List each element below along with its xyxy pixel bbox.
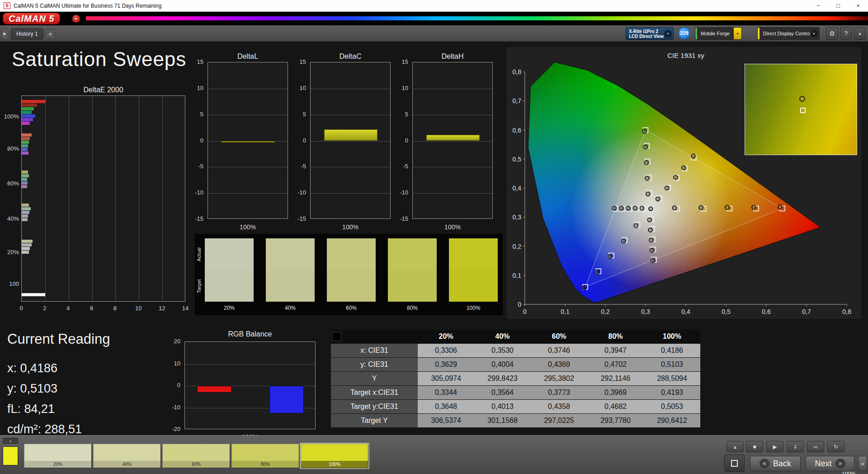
table-value: 0,4004 (474, 358, 531, 371)
patch-button-20%[interactable]: 20% (24, 444, 92, 468)
table-value: 0,3648 (418, 400, 474, 413)
table-value: 0,3947 (587, 344, 644, 357)
panel-up-icon[interactable]: ▴ (726, 441, 744, 452)
delta-e-bar (22, 251, 29, 254)
sidebar-expander-icon[interactable]: ▶ (1, 28, 8, 39)
swatch-label: 60% (327, 305, 376, 311)
back-button[interactable]: « Back (750, 456, 801, 471)
delta-bar (324, 129, 377, 141)
delta-e-bar (22, 141, 29, 144)
source-selector[interactable]: Mobile Forge ▼ (695, 27, 742, 40)
delta-bar (222, 141, 274, 142)
collapse-icon[interactable]: ▲ (854, 27, 866, 40)
table-value: 0,4682 (587, 400, 644, 413)
minimize-button[interactable]: − (808, 0, 828, 12)
y-tick-label: 20 (165, 338, 180, 345)
meter-line2: LCD Direct View (629, 34, 664, 39)
y-tick-label: 15 (392, 58, 408, 65)
gridline (413, 141, 492, 142)
y-tick-label: -5 (290, 163, 306, 170)
table-value: 0,4186 (644, 344, 700, 357)
logo-dropdown-icon[interactable]: ▼ (72, 15, 80, 23)
patch-button-100%[interactable]: 100% (301, 444, 368, 468)
table-value: 0,3629 (418, 358, 474, 371)
next-chevron-icon: » (835, 459, 845, 469)
svg-text:0: 0 (518, 301, 521, 308)
chevron-down-icon[interactable]: ▼ (810, 30, 818, 38)
target-swatch (388, 270, 437, 302)
column-header: 80% (587, 330, 644, 343)
y-tick-label: -10 (392, 189, 408, 196)
y-tick-label: 15 (290, 58, 306, 65)
table-value: 0,4369 (531, 358, 587, 371)
gridline (413, 167, 492, 167)
chevron-down-icon[interactable]: ▼ (734, 28, 741, 39)
gridline (413, 89, 492, 89)
y-tick-label: 5 (290, 111, 306, 118)
delta-e-bar (22, 247, 30, 250)
chart-title: DeltaH (412, 52, 493, 61)
x-tick-label: 0 (14, 305, 28, 312)
delta-c-plot (310, 62, 391, 219)
target-swatch (205, 270, 254, 302)
patch-button-80%[interactable]: 80% (231, 444, 299, 468)
saturation-swatch (266, 238, 315, 302)
swatch-label: 20% (205, 305, 254, 311)
x-category-label: 100% (208, 223, 288, 231)
gridline (208, 167, 288, 167)
gridline (311, 115, 390, 115)
chevron-down-icon[interactable]: ▼ (664, 30, 672, 38)
stop-button[interactable] (724, 455, 745, 472)
x-tick-label: 8 (108, 305, 122, 312)
next-button[interactable]: Next » (806, 456, 854, 471)
patch-button-60%[interactable]: 60% (162, 444, 230, 468)
svg-text:0,4: 0,4 (681, 308, 690, 315)
table-value: 292,1146 (587, 372, 644, 385)
svg-text:0,6: 0,6 (762, 308, 771, 315)
display-label: Direct Display Control (763, 31, 811, 36)
patch-label: 60% (163, 461, 230, 468)
gridline (162, 96, 163, 301)
overflow-chevron-icon[interactable]: » (858, 456, 867, 471)
close-button[interactable]: × (848, 0, 868, 12)
target-row-label: Target (196, 271, 203, 302)
y-tick-label: 5 (392, 111, 408, 118)
delta-e-bar (22, 133, 32, 137)
workspace: Saturation Sweeps DeltaE 2000 0246810121… (0, 42, 868, 435)
meter-selector[interactable]: X-Rite i1Pro 2 LCD Direct View ▼ (626, 27, 674, 40)
svg-text:0,3: 0,3 (641, 308, 650, 315)
patch-button-40%[interactable]: 40% (93, 444, 161, 468)
save-button[interactable]: ⇓ (787, 441, 804, 452)
help-icon[interactable]: ? (840, 27, 852, 40)
table-value: 0,3344 (418, 386, 474, 399)
table-value: 0,5053 (644, 400, 700, 413)
svg-text:0: 0 (523, 308, 527, 315)
chart-delta-c: DeltaC 100% 151050-5-10-15 (290, 52, 401, 233)
settings-gear-icon[interactable]: ⚙ (826, 27, 838, 40)
y-tick-label: 80% (4, 145, 19, 152)
gridline (92, 96, 93, 301)
reading-fl: fL: 84,21 (7, 399, 110, 419)
x-tick-label: 12 (155, 305, 169, 312)
corner-box (332, 332, 341, 341)
add-tab-button[interactable]: + (45, 29, 55, 39)
delta-e-bar (22, 207, 31, 210)
y-tick-label: 20% (4, 249, 19, 256)
svg-text:0,5: 0,5 (722, 308, 731, 315)
display-control-selector[interactable]: Direct Display Control ▼ (757, 27, 820, 40)
refresh-button[interactable]: ↻ (827, 441, 844, 452)
maximize-button[interactable]: □ (828, 0, 848, 12)
stop-button[interactable]: ■ (746, 441, 763, 452)
tab-history-1[interactable]: History 1 (11, 28, 43, 40)
play-button[interactable]: ▶ (766, 441, 783, 452)
swatch-label: 40% (266, 305, 315, 311)
calman-logo: CalMAN 5 (3, 13, 60, 24)
target-swatch (449, 270, 498, 302)
chart-delta-l: DeltaL 100% 151050-5-10-15 (188, 52, 298, 233)
delta-e-bar (22, 178, 27, 181)
page-title: Saturation Sweeps (12, 48, 186, 71)
loop-button[interactable]: ∞ (807, 441, 824, 452)
svg-text:0,1: 0,1 (561, 308, 570, 315)
gridline (208, 115, 288, 115)
y-tick-label: 10 (290, 85, 306, 91)
